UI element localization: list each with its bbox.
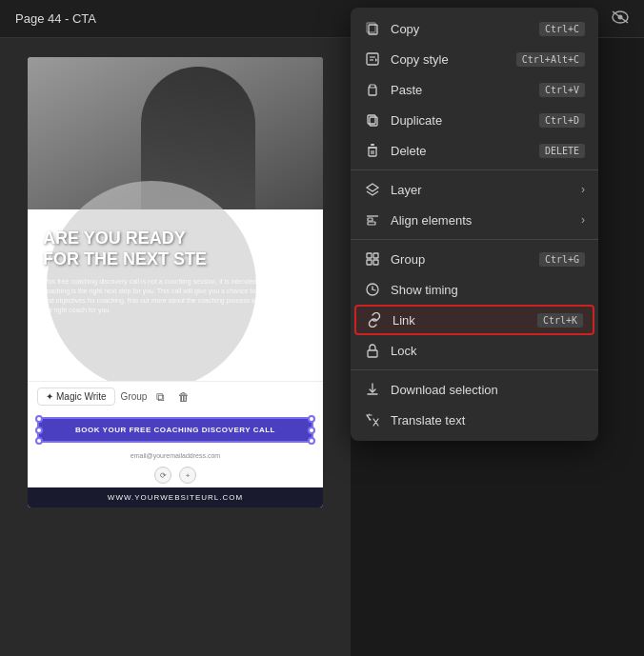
eye-button[interactable] — [612, 10, 629, 28]
shortcut-duplicate: Ctrl+D — [539, 113, 585, 128]
handle-bottom-right — [308, 437, 315, 445]
duplicate-icon — [364, 111, 381, 129]
context-menu: CopyCtrl+CCopy styleCtrl+Alt+CPasteCtrl+… — [351, 8, 598, 441]
menu-item-label-download-selection: Download selection — [391, 383, 585, 397]
menu-item-label-copy: Copy — [391, 22, 530, 36]
shortcut-group: Ctrl+G — [539, 252, 585, 267]
svg-rect-11 — [368, 115, 375, 124]
shortcut-copy-style: Ctrl+Alt+C — [516, 52, 585, 67]
preview-toolbar: ✦ Magic Write Group ⧉ 🗑 — [28, 381, 323, 411]
handle-top-left — [35, 415, 43, 423]
handle-top-right — [308, 415, 315, 423]
preview-text-section: ARE YOU READY FOR THE NEXT STE This free… — [28, 209, 323, 381]
copy-style-icon — [364, 50, 381, 68]
page-preview: ARE YOU READY FOR THE NEXT STE This free… — [28, 57, 323, 507]
preview-heading: ARE YOU READY FOR THE NEXT STE — [43, 229, 308, 269]
social-icon-2[interactable]: + — [179, 467, 196, 484]
footer-email: email@youremailaddress.com — [28, 448, 323, 463]
group-label: Group — [121, 391, 148, 402]
svg-rect-27 — [368, 350, 377, 357]
translate-icon — [364, 411, 381, 428]
svg-rect-22 — [367, 260, 372, 265]
layer-icon — [364, 181, 381, 198]
cta-text: BOOK YOUR FREE COACHING DISCOVERY CALL — [75, 426, 275, 434]
menu-item-label-paste: Paste — [391, 83, 530, 97]
shortcut-paste: Ctrl+V — [539, 83, 585, 97]
menu-item-duplicate[interactable]: DuplicateCtrl+D — [351, 105, 598, 135]
copy-icon — [364, 20, 381, 37]
group-icon — [364, 250, 381, 268]
menu-item-label-layer: Layer — [391, 183, 572, 197]
lock-icon — [364, 342, 381, 359]
handle-middle-left — [35, 427, 43, 434]
menu-item-translate-text[interactable]: Translate text — [351, 405, 598, 435]
align-icon — [364, 211, 381, 229]
delete-icon — [364, 142, 381, 159]
social-icon-1[interactable]: ⟳ — [154, 467, 171, 484]
handle-middle-right — [308, 427, 315, 434]
menu-item-copy[interactable]: CopyCtrl+C — [351, 13, 598, 44]
social-icons: ⟳ + — [28, 463, 323, 487]
copy-icon-button[interactable]: ⧉ — [152, 388, 169, 406]
menu-item-label-delete: Delete — [391, 144, 530, 158]
menu-item-link[interactable]: LinkCtrl+K — [354, 305, 594, 335]
svg-rect-19 — [368, 222, 375, 225]
magic-write-label: Magic Write — [56, 391, 107, 402]
svg-rect-9 — [370, 85, 375, 88]
menu-item-layer[interactable]: Layer› — [351, 174, 598, 205]
menu-item-align-elements[interactable]: Align elements› — [351, 205, 598, 235]
svg-line-26 — [372, 289, 375, 290]
svg-rect-23 — [373, 260, 378, 265]
svg-rect-18 — [368, 218, 372, 221]
svg-rect-5 — [367, 53, 378, 65]
website-url: WWW.YOURWEBSITEURL.COM — [28, 487, 323, 507]
shortcut-copy: Ctrl+C — [539, 22, 585, 36]
menu-item-delete[interactable]: DeleteDELETE — [351, 135, 598, 166]
arrow-layer: › — [581, 183, 585, 196]
menu-item-label-lock: Lock — [391, 344, 585, 358]
paste-icon — [364, 81, 381, 98]
menu-item-copy-style[interactable]: Copy styleCtrl+Alt+C — [351, 44, 598, 74]
svg-rect-21 — [373, 253, 378, 258]
menu-item-label-translate-text: Translate text — [391, 413, 585, 427]
menu-item-show-timing[interactable]: Show timing — [351, 274, 598, 305]
shortcut-link: Ctrl+K — [537, 313, 583, 328]
link-icon — [366, 311, 383, 328]
handle-bottom-left — [35, 437, 43, 445]
download-icon — [364, 381, 381, 398]
menu-divider-11 — [351, 369, 598, 370]
menu-item-label-group: Group — [391, 252, 530, 267]
menu-item-label-copy-style: Copy style — [391, 52, 507, 67]
arrow-align-elements: › — [581, 213, 585, 227]
menu-item-label-link: Link — [392, 313, 528, 328]
menu-divider-7 — [351, 239, 598, 240]
delete-icon-button[interactable]: 🗑 — [174, 388, 193, 406]
menu-item-label-show-timing: Show timing — [391, 283, 585, 297]
magic-write-button[interactable]: ✦ Magic Write — [37, 388, 115, 406]
cta-button-selected[interactable]: BOOK YOUR FREE COACHING DISCOVERY CALL — [37, 417, 313, 443]
preview-body-text: This free coaching discovery call is not… — [43, 277, 308, 314]
clock-icon — [364, 281, 381, 298]
menu-divider-5 — [351, 169, 598, 170]
canvas-area: ARE YOU READY FOR THE NEXT STE This free… — [0, 38, 351, 656]
menu-item-label-align-elements: Align elements — [391, 213, 572, 228]
svg-rect-12 — [369, 148, 376, 156]
menu-item-download-selection[interactable]: Download selection — [351, 374, 598, 405]
shortcut-delete: DELETE — [539, 144, 585, 158]
magic-write-icon: ✦ — [46, 391, 53, 402]
svg-rect-20 — [367, 253, 372, 258]
menu-item-group[interactable]: GroupCtrl+G — [351, 244, 598, 274]
menu-item-label-duplicate: Duplicate — [391, 113, 530, 128]
menu-item-paste[interactable]: PasteCtrl+V — [351, 74, 598, 105]
menu-item-lock[interactable]: Lock — [351, 335, 598, 366]
